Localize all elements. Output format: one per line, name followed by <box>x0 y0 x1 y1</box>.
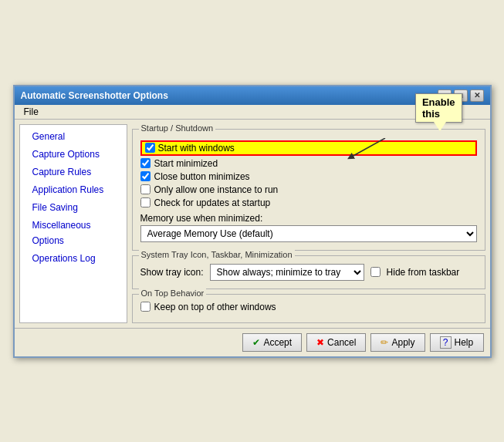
memory-select[interactable]: Average Memory Use (default) Low Memory … <box>140 225 477 242</box>
sidebar-item-miscellaneous-options[interactable]: Miscellaneous Options <box>20 217 127 249</box>
help-button[interactable]: ? Help <box>430 333 484 352</box>
main-window: Automatic Screenshotter Options — □ ✕ Fi… <box>13 85 492 358</box>
startup-group: Startup / Shutdown Start with windows St… <box>132 129 485 251</box>
check-updates-row: Check for updates at startup <box>140 197 477 208</box>
tray-group: System Tray Icon, Taskbar, Minimization … <box>132 255 485 289</box>
hide-from-taskbar-label[interactable]: Hide from taskbar <box>387 267 460 278</box>
start-with-windows-row: Start with windows <box>140 140 477 156</box>
start-minimized-row: Start minimized <box>140 158 477 169</box>
only-one-instance-label[interactable]: Only allow one instance to run <box>154 184 279 195</box>
tray-row: Show tray icon: Show always; minimize to… <box>140 264 477 281</box>
content-area: General Capture Options Capture Rules Ap… <box>15 120 490 328</box>
start-minimized-checkbox[interactable] <box>140 158 151 168</box>
sidebar-item-file-saving[interactable]: File Saving <box>20 199 127 217</box>
startup-group-title: Startup / Shutdown <box>139 123 216 133</box>
only-one-instance-row: Only allow one instance to run <box>140 184 477 195</box>
memory-label: Memory use when minimized: <box>140 213 477 224</box>
check-updates-checkbox[interactable] <box>140 197 151 208</box>
start-with-windows-label[interactable]: Start with windows <box>158 143 235 154</box>
help-icon: ? <box>440 336 452 349</box>
sidebar: General Capture Options Capture Rules Ap… <box>19 124 127 323</box>
cancel-icon: ✖ <box>316 337 324 348</box>
keep-on-top-checkbox[interactable] <box>140 302 151 312</box>
hide-from-taskbar-checkbox[interactable] <box>370 267 381 277</box>
callout-box: Enable this <box>415 93 462 123</box>
window-title: Automatic Screenshotter Options <box>21 90 168 101</box>
tray-icon-select[interactable]: Show always; minimize to tray Show only … <box>210 264 364 281</box>
sidebar-item-capture-rules[interactable]: Capture Rules <box>20 164 127 181</box>
svg-line-1 <box>350 138 385 157</box>
sidebar-item-operations-log[interactable]: Operations Log <box>20 250 127 268</box>
menu-file[interactable]: File <box>19 105 43 119</box>
ontop-group-title: On Top Behavior <box>139 288 207 298</box>
close-button-minimizes-label[interactable]: Close button minimizes <box>154 171 250 182</box>
sidebar-item-general[interactable]: General <box>20 128 127 146</box>
close-button-minimizes-checkbox[interactable] <box>140 171 151 181</box>
main-panel: Enable this Startup / Shutdown <box>132 124 485 323</box>
apply-label: Apply <box>391 337 414 348</box>
keep-on-top-label[interactable]: Keep on top of other windows <box>154 302 276 312</box>
check-updates-label[interactable]: Check for updates at startup <box>154 197 271 208</box>
cancel-label: Cancel <box>327 337 356 348</box>
apply-icon: ✏ <box>381 337 388 348</box>
apply-button[interactable]: ✏ Apply <box>370 333 425 352</box>
accept-button[interactable]: ✔ Accept <box>242 333 302 352</box>
close-button-minimizes-row: Close button minimizes <box>140 171 477 182</box>
ontop-group: On Top Behavior Keep on top of other win… <box>132 294 485 323</box>
close-button[interactable]: ✕ <box>470 89 484 102</box>
cancel-button[interactable]: ✖ Cancel <box>306 333 366 352</box>
sidebar-item-capture-options[interactable]: Capture Options <box>20 146 127 164</box>
tray-show-label: Show tray icon: <box>140 267 204 278</box>
keep-on-top-row: Keep on top of other windows <box>140 302 477 312</box>
accept-icon: ✔ <box>252 337 260 348</box>
help-label: Help <box>455 337 474 348</box>
callout-arrow <box>347 138 393 161</box>
footer: ✔ Accept ✖ Cancel ✏ Apply ? Help <box>15 328 490 356</box>
start-minimized-label[interactable]: Start minimized <box>154 158 218 169</box>
callout-text: Enable this <box>422 96 455 120</box>
accept-label: Accept <box>263 337 292 348</box>
tray-group-title: System Tray Icon, Taskbar, Minimization <box>139 250 295 259</box>
sidebar-item-application-rules[interactable]: Application Rules <box>20 181 127 199</box>
start-with-windows-checkbox[interactable] <box>145 143 155 153</box>
only-one-instance-checkbox[interactable] <box>140 184 151 194</box>
